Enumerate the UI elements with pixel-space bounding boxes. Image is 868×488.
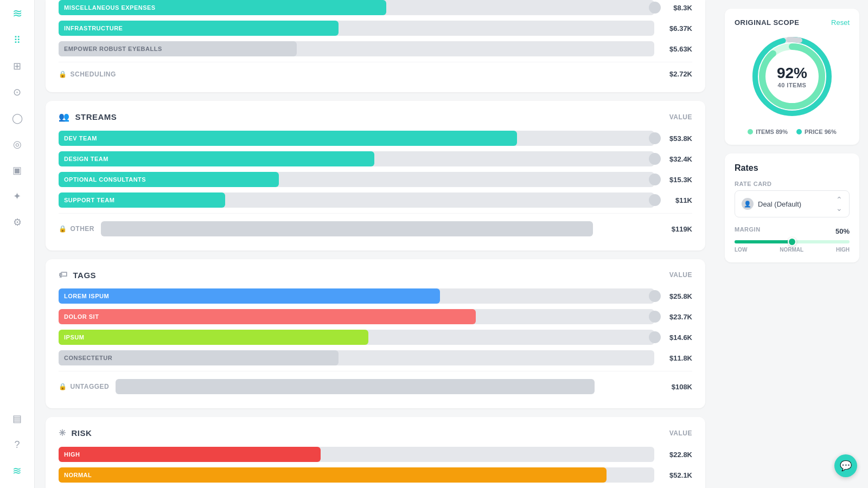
expense-locked-label: 🔒 SCHEDULING — [59, 70, 116, 78]
sidebar-icon-report[interactable]: ▤ — [7, 408, 28, 429]
bar-fill-dolor — [59, 309, 476, 324]
rate-card-value: Deal (Default) — [758, 200, 801, 208]
streams-title: 👥 STREAMS — [59, 112, 117, 122]
bar-fill-high — [59, 447, 321, 462]
margin-header: MARGIN 50% — [735, 226, 850, 236]
tag-bar-ipsum: IPSUM — [59, 330, 654, 345]
sidebar-icon-group[interactable]: ◎ — [7, 133, 28, 155]
risk-label-normal: NORMAL — [64, 472, 92, 478]
tag-bar-lorem: LOREM ISPUM — [59, 288, 654, 304]
expense-row-infra: INFRASTRUCTURE $6.37K — [59, 21, 692, 36]
bar-toggle-dolor[interactable] — [649, 311, 661, 323]
sidebar-icon-box[interactable]: ▣ — [7, 159, 28, 181]
lock-icon: 🔒 — [59, 383, 67, 390]
sidebar-icon-gear[interactable]: ⚙ — [7, 211, 28, 233]
expense-value-infra: $6.37K — [654, 24, 692, 33]
sidebar-icon-help[interactable]: ? — [7, 434, 28, 455]
risk-bar-high: HIGH — [59, 447, 654, 462]
stream-row-consultants: OPTIONAL CONSULTANTS $15.3K — [59, 172, 692, 187]
stream-locked-value: $119K — [654, 225, 692, 233]
sidebar-icon-binoculars[interactable]: ⊙ — [7, 81, 28, 103]
chat-bubble[interactable]: 💬 — [834, 454, 857, 477]
stream-row-design: DESIGN TEAM $32.4K — [59, 151, 692, 166]
bar-fill-normal — [59, 467, 607, 483]
user-icon-small: 👤 — [742, 198, 754, 210]
margin-pct: 50% — [835, 227, 850, 235]
expense-label-empower: EMPOWER ROBUST EYEBALLS — [64, 46, 162, 52]
rate-card-select-left: 👤 Deal (Default) — [742, 198, 801, 210]
expense-bar-misc: MISCELLANEOUS EXPENSES — [59, 0, 654, 15]
risk-icon: ✳ — [59, 428, 66, 438]
tag-row-lorem: LOREM ISPUM $25.8K — [59, 288, 692, 304]
margin-slider-thumb[interactable] — [788, 237, 796, 246]
legend-items-label: ITEMS 89% — [756, 129, 788, 135]
sidebar-icon-palette[interactable]: ✦ — [7, 185, 28, 207]
risk-value-high: $22.8K — [654, 451, 692, 459]
margin-label: MARGIN — [735, 226, 761, 233]
stream-label-design: DESIGN TEAM — [64, 156, 108, 162]
bar-toggle-lorem[interactable] — [649, 290, 661, 302]
expense-row-empower: EMPOWER ROBUST EYEBALLS $5.63K — [59, 41, 692, 56]
tags-header: 🏷 TAGS VALUE — [59, 270, 692, 280]
tag-locked-label: 🔒 UNTAGGED — [59, 383, 109, 390]
margin-slider-fill — [735, 240, 792, 243]
reset-button[interactable]: Reset — [831, 18, 850, 27]
legend-price-label: PRICE 96% — [805, 129, 837, 135]
tag-row-dolor: DOLOR SIT $23.7K — [59, 309, 692, 324]
expense-locked-row: 🔒 SCHEDULING $2.72K — [59, 67, 692, 81]
streams-title-text: STREAMS — [75, 112, 117, 121]
bar-toggle-dev[interactable] — [649, 132, 661, 144]
expense-locked-text: SCHEDULING — [71, 70, 116, 78]
legend-items-dot — [748, 129, 753, 134]
bar-toggle-design[interactable] — [649, 153, 661, 165]
sidebar-icon-person[interactable]: ◯ — [7, 107, 28, 129]
rates-title: Rates — [735, 163, 850, 173]
risk-value-label: VALUE — [669, 429, 692, 437]
risk-header: ✳ RISK VALUE — [59, 428, 692, 438]
bar-toggle-misc[interactable] — [649, 2, 661, 14]
bar-toggle-ipsum[interactable] — [649, 331, 661, 343]
tag-label-dolor: DOLOR SIT — [64, 313, 99, 320]
margin-slider-track[interactable] — [735, 240, 850, 243]
scope-panel-title: ORIGINAL SCOPE — [735, 18, 799, 27]
donut-items: 40 ITEMS — [777, 82, 807, 88]
stream-row-support: SUPPORT TEAM $11K — [59, 192, 692, 208]
main-content: MISCELLANEOUS EXPENSES $8.3K INFRASTRUCT… — [35, 0, 716, 488]
sidebar-bottom-logo[interactable]: ≋ — [12, 464, 22, 477]
tag-row-consectetur: CONSECTETUR $11.8K — [59, 350, 692, 365]
risk-title-text: RISK — [72, 428, 92, 438]
expense-bar-infra: INFRASTRUCTURE — [59, 21, 654, 36]
rates-panel-card: Rates RATE CARD 👤 Deal (Default) ⌃⌄ MARG… — [725, 153, 859, 262]
tag-bar-dolor: DOLOR SIT — [59, 309, 654, 324]
tag-bar-consectetur: CONSECTETUR — [59, 350, 654, 365]
donut-percentage: 92% — [777, 65, 807, 82]
bar-fill-lorem — [59, 288, 440, 304]
stream-label-support: SUPPORT TEAM — [64, 197, 114, 203]
bar-toggle-consultants[interactable] — [649, 174, 661, 185]
stream-row-dev: DEV TEAM $53.8K — [59, 131, 692, 146]
tags-card: 🏷 TAGS VALUE LOREM ISPUM $25.8K DOLOR SI… — [46, 259, 705, 408]
tag-label-ipsum: IPSUM — [64, 334, 84, 341]
lock-icon: 🔒 — [59, 225, 67, 233]
risk-row-high: HIGH $22.8K — [59, 447, 692, 462]
stream-label-dev: DEV TEAM — [64, 135, 97, 142]
donut-chart: 92% 40 ITEMS — [735, 33, 850, 120]
tag-locked-value: $108K — [654, 383, 692, 391]
donut-center: 92% 40 ITEMS — [777, 65, 807, 88]
stream-label-consultants: OPTIONAL CONSULTANTS — [64, 176, 146, 183]
streams-card: 👥 STREAMS VALUE DEV TEAM $53.8K DESIGN T… — [46, 101, 705, 251]
tag-row-ipsum: IPSUM $14.6K — [59, 330, 692, 345]
app-logo[interactable]: ≋ — [12, 7, 22, 21]
donut-legend: ITEMS 89% PRICE 96% — [735, 129, 850, 135]
expense-bar-empower: EMPOWER ROBUST EYEBALLS — [59, 41, 654, 56]
stream-bar-support: SUPPORT TEAM — [59, 192, 654, 208]
rate-card-select[interactable]: 👤 Deal (Default) ⌃⌄ — [735, 190, 850, 217]
bar-toggle-support[interactable] — [649, 194, 661, 206]
tag-locked-text: UNTAGGED — [71, 383, 110, 390]
stream-bar-dev: DEV TEAM — [59, 131, 654, 146]
sidebar-icon-grid[interactable]: ⊞ — [7, 55, 28, 77]
risk-row-normal: NORMAL $52.1K — [59, 467, 692, 483]
risk-label-high: HIGH — [64, 451, 80, 458]
sidebar-icon-dots[interactable]: ⠿ — [7, 29, 28, 51]
expense-locked-value: $2.72K — [654, 70, 692, 78]
